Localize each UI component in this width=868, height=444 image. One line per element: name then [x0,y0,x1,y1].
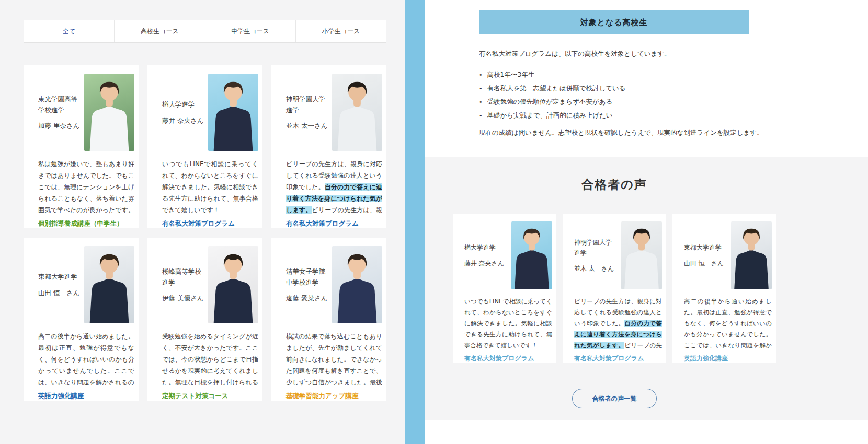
bullet-item: 有名私大を第一志望または併願で検討している [479,84,749,93]
voices-section: 合格者の声 楢大学進学 藤井 奈央さん いつでもLINEで相談 [425,157,868,420]
student-photo [208,74,258,151]
testimonial-text: 私は勉強が嫌いで、塾もあまり好きではありませんでした。でもここでは、無理にテンシ… [38,158,134,216]
student-photo [332,246,382,323]
student-figure-icon [84,74,134,151]
page: 全て 高校生コース 中学生コース 小学生コース 東光学園高等学校進学 加藤 里奈… [0,0,868,444]
course-link[interactable]: 有名私大対策プログラム [464,354,534,363]
target-students-section: 対象となる高校生 有名私大対策プログラムは、以下の高校生を対象としています。 高… [425,0,868,157]
voices-title: 合格者の声 [453,177,776,193]
student-figure-icon [84,246,134,323]
student-photo [208,246,258,323]
blue-divider-stripe [405,0,425,444]
tab-highschool-course[interactable]: 高校生コース [115,20,205,42]
student-figure-icon [208,74,258,151]
school-name: 楢大学進学 [464,242,506,253]
student-photo [84,246,134,323]
student-figure-icon [208,246,258,323]
bullet-item: 高校1年〜3年生 [479,71,749,79]
testimonials-panel: 全て 高校生コース 中学生コース 小学生コース 東光学園高等学校進学 加藤 里奈… [0,0,405,444]
target-bullet-list: 高校1年〜3年生 有名私大を第一志望または併願で検討している 受験勉強の優先順位… [479,71,749,120]
testimonial-card: 楢大学進学 藤井 奈央さん いつでもLINEで相談に乗ってくれて、わからないとこ… [453,214,556,363]
student-figure-icon [731,221,772,289]
student-name: 伊藤 美優さん [162,293,207,303]
section-header: 対象となる高校生 [479,10,749,34]
student-name: 山田 恒一さん [684,258,726,268]
testimonial-text: ビリーブの先生方は、親身に対応してくれる受験勉強の達人という印象でした。自分の力… [574,296,662,351]
tab-middleschool-course[interactable]: 中学生コース [205,20,296,42]
school-name: 清華女子学院中学校進学 [286,266,331,288]
course-link[interactable]: 定期テスト対策コース [162,392,228,401]
testimonial-text: 高二の後半から通い始めました。最初は正直、勉強が得意でもなく、何をどうすればいい… [38,331,134,388]
testimonial-text: いつでもLINEで相談に乗ってくれて、わからないところをすぐに解決できました。気… [162,158,258,216]
course-link[interactable]: 有名私大対策プログラム [574,354,644,363]
testimonial-text: ビリーブの先生方は、親身に対応してくれる受験勉強の達人という印象でした。自分の力… [286,158,382,216]
tab-all[interactable]: 全て [24,20,115,42]
testimonial-text: 受験勉強を始めるタイミングが遅く、不安が大きかったです。ここでは、今の状態からど… [162,331,258,388]
school-name: 東光学園高等学校進学 [38,94,83,116]
testimonial-card: 楢大学進学 藤井 奈央さん いつでもLINEで相談に乗ってくれて、わからないとこ… [147,65,262,228]
bullet-item: 受験勉強の優先順位が定まらず不安がある [479,98,749,107]
course-link[interactable]: 有名私大対策プログラム [162,219,235,228]
testimonial-card: 桜峰高等学校進学 伊藤 美優さん 受験勉強を始めるタイミングが遅く、不安が大きか… [147,238,262,401]
student-photo [731,221,772,289]
course-link[interactable]: 有名私大対策プログラム [286,219,359,228]
testimonial-text: 模試の結果で落ち込むこともありましたが、先生が励ましてくれて前向きになれました。… [286,331,382,388]
program-detail-panel: 対象となる高校生 有名私大対策プログラムは、以下の高校生を対象としています。 高… [425,0,868,444]
testimonial-card: 清華女子学院中学校進学 遠藤 愛菜さん 模試の結果で落ち込むこともありましたが、… [271,238,386,401]
footer-spacer [425,420,868,444]
voices-cards: 楢大学進学 藤井 奈央さん いつでもLINEで相談に乗ってくれて、わからないとこ… [453,214,776,363]
testimonial-card: 東都大学進学 山田 恒一さん 高二の後半から通い始めました。最初は正直、勉強が得… [672,214,776,363]
section-intro: 有名私大対策プログラムは、以下の高校生を対象としています。 [479,50,749,59]
student-figure-icon [511,221,552,289]
course-link[interactable]: 英語力強化講座 [684,354,728,363]
voices-list-button[interactable]: 合格者の声一覧 [572,389,657,408]
student-name: 藤井 奈央さん [464,258,506,268]
testimonial-card: 東光学園高等学校進学 加藤 里奈さん 私は勉強が嫌いで、塾もあまり好きではありま… [24,65,139,228]
school-name: 楢大学進学 [162,99,207,110]
section-note: 現在の成績は問いません。志望校と現状を確認したうえで、現実的な到達ラインを設定し… [479,128,772,137]
course-link[interactable]: 基礎学習能力アップ講座 [286,392,358,401]
testimonial-text: 高二の後半から通い始めました。最初は正直、勉強が得意でもなく、何をどうすればいい… [684,296,772,351]
student-photo [621,221,662,289]
testimonial-card: 神明学園大学進学 並木 太一さん ビリーブの先生方は、親身に対応してくれる受験勉… [271,65,386,228]
student-photo [332,74,382,151]
student-name: 遠藤 愛菜さん [286,293,331,303]
student-name: 加藤 里奈さん [38,120,83,131]
course-link[interactable]: 個別指導養成講座（中学生） [38,219,123,228]
student-figure-icon [621,221,662,289]
student-name: 藤井 奈央さん [162,115,207,126]
testimonial-text: いつでもLINEで相談に乗ってくれて、わからないところをすぐに解決できました。気… [464,296,552,351]
school-name: 東都大学進学 [684,242,726,253]
course-link[interactable]: 英語力強化講座 [38,392,84,401]
school-name: 神明学園大学進学 [574,237,616,259]
student-name: 並木 太一さん [286,120,331,131]
student-photo [511,221,552,289]
bullet-item: 基礎から実戦まで、計画的に積み上げたい [479,111,749,120]
school-name: 東都大学進学 [38,271,83,282]
school-name: 桜峰高等学校進学 [162,266,207,288]
testimonials-grid: 東光学園高等学校進学 加藤 里奈さん 私は勉強が嫌いで、塾もあまり好きではありま… [24,65,386,401]
testimonial-card: 東都大学進学 山田 恒一さん 高二の後半から通い始めました。最初は正直、勉強が得… [24,238,139,401]
student-name: 山田 恒一さん [38,287,83,298]
student-name: 並木 太一さん [574,263,616,274]
tab-elementary-course[interactable]: 小学生コース [296,20,386,42]
student-figure-icon [332,246,382,323]
student-figure-icon [332,74,382,151]
testimonial-card: 神明学園大学進学 並木 太一さん ビリーブの先生方は、親身に対応してくれる受験勉… [563,214,666,363]
student-photo [84,74,134,151]
school-name: 神明学園大学進学 [286,94,331,116]
course-filter-tabs: 全て 高校生コース 中学生コース 小学生コース [24,20,386,43]
